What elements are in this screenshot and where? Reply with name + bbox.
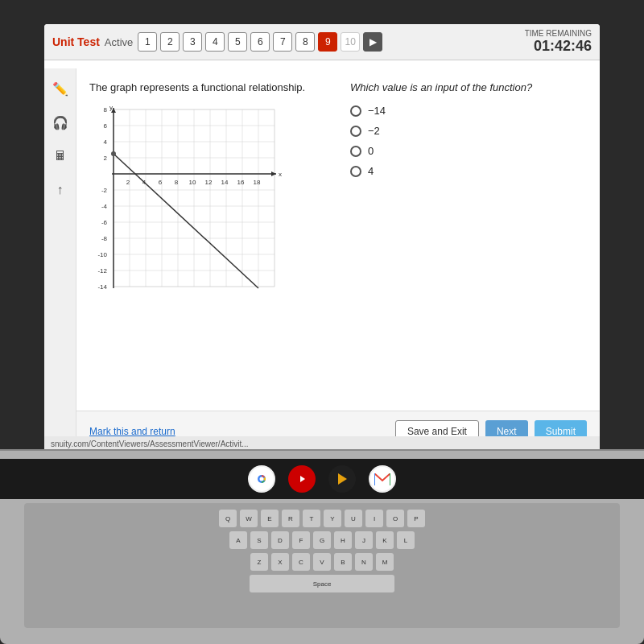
option-0[interactable]: 0 <box>350 145 587 157</box>
key-v[interactable]: V <box>313 553 331 571</box>
svg-text:-2: -2 <box>101 187 108 194</box>
svg-text:8: 8 <box>104 106 108 114</box>
key-o[interactable]: O <box>386 510 404 527</box>
key-u[interactable]: U <box>345 510 362 527</box>
option-0-label: 0 <box>368 145 374 157</box>
key-p[interactable]: P <box>407 510 425 527</box>
timer-section: TIME REMAINING 01:42:46 <box>525 29 592 55</box>
top-bar: Unit Test Active 1 2 3 4 5 6 7 8 9 10 ▶ … <box>44 24 600 60</box>
q-num-3[interactable]: 3 <box>183 32 202 52</box>
key-x[interactable]: X <box>271 553 289 571</box>
chrome-icon[interactable] <box>248 465 275 493</box>
q-num-10[interactable]: 10 <box>341 32 360 52</box>
svg-text:8: 8 <box>175 179 179 186</box>
q-num-7[interactable]: 7 <box>273 32 292 52</box>
keyboard-row-space: Space <box>29 575 615 592</box>
answer-options: −14 −2 0 4 <box>350 105 587 177</box>
option-4-label: 4 <box>368 165 374 177</box>
radio-neg2[interactable] <box>350 126 361 137</box>
key-space[interactable]: Space <box>250 575 394 592</box>
pencil-icon[interactable]: ✏️ <box>48 76 72 101</box>
graph-section: The graph represents a functional relati… <box>89 81 326 303</box>
key-h[interactable]: H <box>334 531 352 549</box>
graph-description: The graph represents a functional relati… <box>89 81 326 93</box>
radio-4[interactable] <box>350 166 361 177</box>
radio-neg14[interactable] <box>350 105 361 117</box>
key-f[interactable]: F <box>292 531 310 549</box>
laptop-screen: Unit Test Active 1 2 3 4 5 6 7 8 9 10 ▶ … <box>44 24 600 451</box>
svg-text:6: 6 <box>159 179 163 186</box>
svg-text:x: x <box>279 171 282 178</box>
svg-text:2: 2 <box>126 179 130 186</box>
key-j[interactable]: J <box>355 531 373 549</box>
key-g[interactable]: G <box>313 531 331 549</box>
q-num-2[interactable]: 2 <box>160 32 180 52</box>
svg-text:14: 14 <box>221 179 229 186</box>
question-row: The graph represents a functional relati… <box>89 81 587 303</box>
q-num-6[interactable]: 6 <box>250 32 270 52</box>
q-num-8[interactable]: 8 <box>295 32 315 52</box>
svg-text:-12: -12 <box>97 267 107 275</box>
key-l[interactable]: L <box>397 531 415 549</box>
coordinate-graph: 2 4 6 8 10 12 14 16 18 x 2 4 6 <box>89 101 283 303</box>
answer-question: Which value is an input of the function? <box>350 81 587 93</box>
keyboard-row-1: Q W E R T Y U I O P <box>29 510 615 527</box>
option-neg14-label: −14 <box>368 105 386 117</box>
key-y[interactable]: Y <box>324 510 341 527</box>
key-z[interactable]: Z <box>250 553 268 571</box>
radio-0[interactable] <box>350 146 361 157</box>
q-num-4[interactable]: 4 <box>205 32 225 52</box>
youtube-icon[interactable] <box>288 465 316 493</box>
svg-text:-4: -4 <box>101 203 108 210</box>
svg-text:10: 10 <box>189 179 196 186</box>
unit-test-label: Unit Test <box>52 35 100 48</box>
svg-marker-56 <box>338 473 347 485</box>
option-4[interactable]: 4 <box>350 165 587 177</box>
key-e[interactable]: E <box>261 510 279 527</box>
option-neg2-label: −2 <box>368 125 380 137</box>
q-num-1[interactable]: 1 <box>138 32 157 52</box>
svg-text:y: y <box>109 104 113 111</box>
sidebar: ✏️ 🎧 🖩 ↑ <box>44 68 76 451</box>
gmail-icon[interactable] <box>369 465 396 493</box>
svg-text:12: 12 <box>205 179 213 186</box>
key-s[interactable]: S <box>250 531 268 549</box>
key-t[interactable]: T <box>303 510 320 527</box>
option-neg14[interactable]: −14 <box>350 105 587 117</box>
key-w[interactable]: W <box>240 510 258 527</box>
active-label: Active <box>105 36 133 48</box>
svg-point-51 <box>111 151 116 156</box>
main-content: The graph represents a functional relati… <box>76 68 600 407</box>
time-value: 01:42:46 <box>534 38 592 54</box>
answer-section: Which value is an input of the function?… <box>350 81 587 303</box>
question-numbers: 1 2 3 4 5 6 7 8 9 10 ▶ <box>138 32 382 52</box>
q-num-5[interactable]: 5 <box>228 32 247 52</box>
arrow-up-icon[interactable]: ↑ <box>48 178 72 202</box>
key-i[interactable]: I <box>365 510 383 527</box>
svg-text:18: 18 <box>254 179 261 186</box>
option-neg2[interactable]: −2 <box>350 125 587 137</box>
key-c[interactable]: C <box>292 553 310 571</box>
time-remaining-label: TIME REMAINING <box>525 29 592 38</box>
key-b[interactable]: B <box>334 553 352 571</box>
key-d[interactable]: D <box>271 531 289 549</box>
svg-text:16: 16 <box>237 179 245 186</box>
key-q[interactable]: Q <box>219 510 237 527</box>
key-a[interactable]: A <box>229 531 247 549</box>
svg-text:-14: -14 <box>97 283 107 291</box>
svg-text:4: 4 <box>104 138 108 146</box>
key-m[interactable]: M <box>376 553 394 571</box>
key-r[interactable]: R <box>282 510 299 527</box>
svg-text:2: 2 <box>104 155 108 162</box>
key-n[interactable]: N <box>355 553 373 571</box>
headphones-icon[interactable]: 🎧 <box>48 110 72 134</box>
plex-icon[interactable] <box>328 465 356 493</box>
svg-text:6: 6 <box>104 122 108 130</box>
keyboard-rows: Q W E R T Y U I O P A S D F G H J K L Z … <box>24 503 620 599</box>
top-bar-left: Unit Test Active 1 2 3 4 5 6 7 8 9 10 ▶ <box>52 32 382 52</box>
mark-return-link[interactable]: Mark this and return <box>89 426 175 437</box>
calculator-icon[interactable]: 🖩 <box>48 144 72 168</box>
key-k[interactable]: K <box>376 531 394 549</box>
next-question-button[interactable]: ▶ <box>363 32 382 52</box>
q-num-9[interactable]: 9 <box>318 32 337 52</box>
